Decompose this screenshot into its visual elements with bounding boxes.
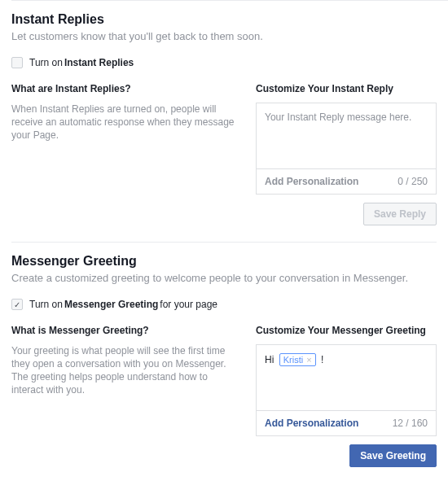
messenger-greeting-textarea[interactable]: Hi Kristi × ! [257, 345, 436, 410]
messenger-greeting-footer: Add Personalization 12 / 160 [257, 410, 436, 435]
token-label: Kristi [283, 355, 303, 365]
messenger-greeting-section: Messenger Greeting Create a customized g… [11, 242, 437, 481]
messenger-greeting-checkbox[interactable] [11, 299, 23, 310]
toggle-suffix-text: for your page [160, 299, 217, 310]
what-are-instant-replies-heading: What are Instant Replies? [11, 83, 239, 94]
messenger-greeting-info-col: What is Messenger Greeting? Your greetin… [11, 325, 239, 481]
instant-reply-footer: Add Personalization 0 / 250 [257, 168, 436, 194]
what-is-messenger-greeting-desc: Your greeting is what people will see th… [11, 344, 239, 396]
instant-replies-section: Instant Replies Let customers know that … [11, 1, 437, 242]
toggle-bold-text: Messenger Greeting [64, 299, 158, 310]
add-personalization-link[interactable]: Add Personalization [265, 418, 358, 429]
greeting-prefix: Hi [265, 354, 274, 365]
save-greeting-button[interactable]: Save Greeting [349, 444, 437, 467]
messenger-greeting-title: Messenger Greeting [11, 254, 437, 269]
instant-replies-title: Instant Replies [11, 12, 437, 27]
token-remove-icon[interactable]: × [306, 355, 311, 365]
customize-instant-reply-heading: Customize Your Instant Reply [256, 83, 437, 94]
messenger-greeting-customize-col: Customize Your Messenger Greeting Hi Kri… [256, 325, 437, 481]
what-are-instant-replies-desc: When Instant Replies are turned on, peop… [11, 103, 239, 142]
what-is-messenger-greeting-heading: What is Messenger Greeting? [11, 325, 239, 336]
messenger-greeting-input-box: Hi Kristi × ! Add Personalization 12 / 1… [256, 344, 437, 436]
toggle-prefix-text: Turn on [29, 57, 63, 68]
messenger-greeting-subtitle: Create a customized greeting to welcome … [11, 272, 437, 284]
toggle-bold-text: Instant Replies [64, 57, 134, 68]
instant-reply-placeholder: Your Instant Reply message here. [265, 112, 411, 123]
instant-reply-input-box: Your Instant Reply message here. Add Per… [256, 103, 437, 195]
customize-messenger-greeting-heading: Customize Your Messenger Greeting [256, 325, 437, 336]
greeting-suffix: ! [321, 354, 323, 365]
instant-replies-checkbox[interactable] [11, 57, 23, 68]
instant-reply-textarea[interactable]: Your Instant Reply message here. [257, 103, 436, 168]
save-reply-button[interactable]: Save Reply [363, 203, 437, 225]
instant-replies-toggle-row[interactable]: Turn on Instant Replies [11, 57, 437, 68]
messenger-greeting-toggle-row[interactable]: Turn on Messenger Greeting for your page [11, 299, 437, 310]
instant-replies-info-col: What are Instant Replies? When Instant R… [11, 83, 239, 242]
instant-replies-customize-col: Customize Your Instant Reply Your Instan… [256, 83, 437, 242]
toggle-prefix-text: Turn on [29, 299, 63, 310]
messenger-greeting-counter: 12 / 160 [393, 418, 428, 429]
personalization-token[interactable]: Kristi × [279, 353, 316, 366]
instant-reply-counter: 0 / 250 [397, 176, 428, 187]
instant-replies-subtitle: Let customers know that you'll get back … [11, 30, 437, 42]
add-personalization-disabled: Add Personalization [265, 176, 358, 187]
